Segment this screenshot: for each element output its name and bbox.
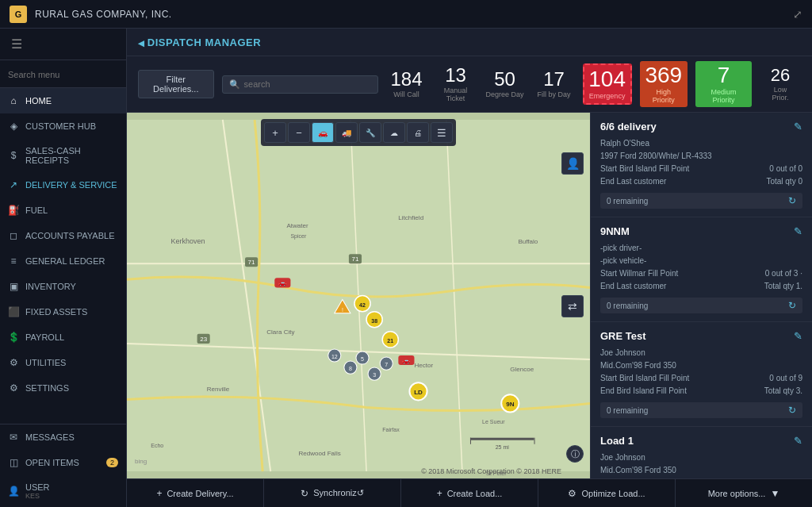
delivery-1-edit-icon[interactable]: ✎ (794, 121, 802, 133)
stat-medium-priority: 7 Medium Priority (695, 61, 752, 107)
delivery-2-refresh-icon[interactable]: ↻ (788, 300, 796, 311)
sidebar-item-delivery[interactable]: ↗ DELIVERY & SERVICE (0, 172, 126, 198)
sidebar-item-messages[interactable]: ✉ MESSAGES (0, 424, 126, 450)
delivery-1-refresh-icon[interactable]: ↻ (788, 195, 796, 206)
sidebar-messages-label: MESSAGES (25, 432, 75, 442)
sidebar-item-fuel[interactable]: ⛽ FUEL (0, 198, 126, 223)
delivery-1-start: Start Bird Island Fill Point (600, 163, 766, 175)
sidebar-item-home[interactable]: ⌂ HOME (0, 88, 126, 113)
create-load-icon: + (437, 488, 442, 499)
delivery-1-stats-r0: 0 out of 0 (766, 163, 802, 175)
delivery-3-edit-icon[interactable]: ✎ (794, 330, 802, 342)
delivery-4-edit-icon[interactable]: ✎ (794, 435, 802, 447)
sidebar-item-customer-hub[interactable]: ◈ CUSTOMER HUB (0, 113, 126, 139)
delivery-card-3: GRE Test ✎ Joe Johnson Mid.Com'98 Ford 3… (591, 322, 812, 427)
user-location-button[interactable]: 👤 (561, 152, 584, 175)
settings-icon: ⚙ (8, 382, 19, 394)
delivery-3-refresh-icon[interactable]: ↻ (788, 405, 796, 416)
synchronize-icon: ↻ (301, 488, 308, 499)
map-area[interactable]: Kerkhoven Atwater Litchfield Buffalo Cla… (127, 113, 590, 478)
sidebar-item-delivery-label: DELIVERY & SERVICE (25, 180, 117, 190)
sidebar-item-settings[interactable]: ⚙ SETTINGS (0, 375, 126, 401)
map-toolbar: + − 🚗 🚚 🔧 ☁ 🖨 ☰ (261, 119, 456, 146)
map-info-button[interactable]: ⓘ (566, 445, 584, 463)
delivery-2-edit-icon[interactable]: ✎ (794, 225, 802, 237)
create-delivery-button[interactable]: + Create Delivery... (127, 479, 264, 507)
user-sublabel: KES (25, 492, 50, 500)
svg-text:8: 8 (349, 366, 352, 371)
create-delivery-icon: + (156, 488, 162, 499)
sidebar-item-sales[interactable]: $ SALES-CASH RECEIPTS (0, 139, 126, 172)
stat-manual-ticket: 13 Manual Ticket (435, 66, 477, 102)
sidebar-item-settings-label: SETTINGS (25, 383, 69, 393)
sidebar-item-inventory-label: INVENTORY (25, 282, 76, 291)
sidebar-item-ledger[interactable]: ≡ GENERAL LEDGER (0, 248, 126, 274)
stat-low-priority: 26 Low Prior. (760, 63, 801, 105)
stat-medium-priority-label: Medium Priority (703, 88, 744, 104)
more-options-label: More options... (708, 489, 766, 498)
sidebar-item-accounts[interactable]: ◻ ACCOUNTS PAYABLE (0, 223, 126, 248)
svg-text:71: 71 (351, 255, 358, 263)
search-input[interactable] (244, 79, 371, 89)
wrench-button[interactable]: 🔧 (359, 122, 381, 143)
filter-deliveries-button[interactable]: Filter Deliveries... (138, 70, 214, 98)
delivery-1-remaining: 0 remaining ↻ (600, 193, 802, 209)
sidebar-open-items-label: OPEN ITEMS (25, 458, 79, 467)
svg-text:38: 38 (371, 318, 377, 324)
svg-text:Le Sueur: Le Sueur (482, 419, 505, 424)
stat-emergency-value: 104 (588, 68, 626, 90)
sidebar-item-open-items[interactable]: ◫ OPEN ITEMS 2 (0, 450, 126, 475)
stat-emergency: 104 Emergency (583, 63, 632, 105)
svg-text:🚗: 🚗 (278, 278, 287, 286)
print-button[interactable]: 🖨 (407, 122, 429, 143)
stat-degree-day-label: Degree Day (486, 90, 524, 98)
delivery-3-vehicle: Mid.Com'98 Ford 350 (600, 359, 802, 372)
sidebar-item-payroll[interactable]: 💲 PAYROLL (0, 325, 126, 350)
sidebar-bottom: ✉ MESSAGES ◫ OPEN ITEMS 2 👤 USER KES (0, 424, 126, 507)
list-button[interactable]: ☰ (431, 122, 453, 143)
sidebar-item-utilities[interactable]: ⚙ UTILITIES (0, 350, 126, 375)
delivery-1-vehicle: 1997 Ford 2800/Whte/ LR-4333 (600, 150, 802, 163)
map-sync-button[interactable]: ⇄ (561, 295, 584, 317)
main-layout: ☰ ⌂ HOME ◈ CUSTOMER HUB $ SALES-CASH REC… (0, 29, 812, 507)
stat-fill-by-day-label: Fill by Day (538, 90, 571, 98)
delivery-2-driver: -pick driver- (600, 242, 802, 255)
svg-text:🚗: 🚗 (402, 356, 411, 364)
svg-text:3: 3 (373, 372, 376, 378)
zoom-out-button[interactable]: − (288, 122, 310, 143)
sidebar-item-ledger-label: GENERAL LEDGER (25, 256, 105, 266)
more-options-button[interactable]: More options... ▼ (676, 479, 812, 507)
stat-will-call-value: 184 (390, 70, 422, 89)
stat-medium-priority-value: 7 (718, 64, 730, 86)
create-load-button[interactable]: + Create Load... (401, 479, 538, 507)
truck-view-button[interactable]: 🚚 (335, 122, 358, 143)
zoom-in-button[interactable]: + (264, 122, 286, 143)
svg-text:5: 5 (361, 356, 364, 362)
sidebar-item-inventory[interactable]: ▣ INVENTORY (0, 274, 126, 299)
delivery-1-stats-r1: Total qty 0 (766, 175, 802, 188)
expand-icon[interactable]: ⤢ (793, 8, 802, 21)
open-items-icon: ◫ (8, 457, 19, 468)
delivery-1-end: End Last customer (600, 175, 766, 188)
optimize-load-button[interactable]: ⚙ Optimize Load... (538, 479, 676, 507)
stat-emergency-label: Emergency (589, 92, 626, 100)
cloud-button[interactable]: ☁ (383, 122, 405, 143)
right-panel: 6/6 delivery ✎ Ralph O'Shea 1997 Ford 28… (590, 113, 812, 478)
svg-text:9N: 9N (506, 401, 514, 408)
stat-degree-day: 50 Degree Day (485, 70, 526, 98)
hamburger-menu[interactable]: ☰ (0, 29, 126, 60)
delivery-2-end: End Last customer (600, 280, 764, 293)
synchronize-button[interactable]: ↻ Synchroniz↺ (264, 479, 401, 507)
ledger-icon: ≡ (8, 255, 19, 267)
search-icon: 🔍 (229, 79, 240, 90)
bottom-bar: + Create Delivery... ↻ Synchroniz↺ + Cre… (127, 478, 812, 507)
sidebar-item-fixed-assets[interactable]: ⬛ FIXED ASSETS (0, 299, 126, 325)
app-logo: G (10, 6, 27, 23)
car-view-button[interactable]: 🚗 (312, 122, 334, 143)
sidebar-search-container (0, 60, 126, 88)
svg-text:Hector: Hector (414, 362, 433, 369)
sidebar-item-user[interactable]: 👤 USER KES (0, 475, 126, 507)
sidebar-search-input[interactable] (8, 70, 118, 79)
svg-text:Redwood Falls: Redwood Falls (298, 450, 340, 457)
delivery-card-4: Load 1 ✎ Joe Johnson Mid.Com'98 Ford 350… (591, 427, 812, 478)
